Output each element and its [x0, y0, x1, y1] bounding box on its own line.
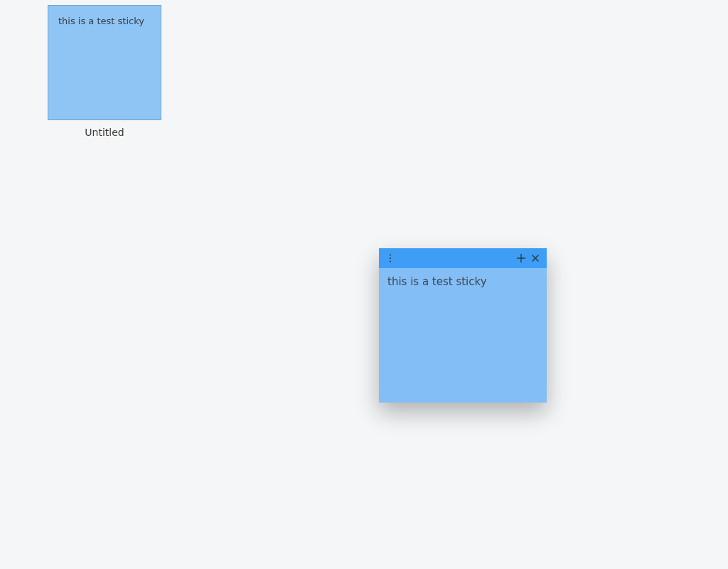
sticky-note-body[interactable]: this is a test sticky — [379, 268, 547, 403]
sticky-thumbnail-item: this is a test sticky Untitled — [48, 5, 161, 138]
new-note-button[interactable] — [514, 251, 528, 265]
sticky-thumbnail-content: this is a test sticky — [58, 16, 144, 26]
close-button[interactable] — [528, 251, 542, 265]
svg-point-1 — [390, 257, 391, 259]
close-icon — [531, 254, 540, 262]
sticky-thumbnail[interactable]: this is a test sticky — [48, 5, 161, 120]
plus-icon — [516, 253, 526, 263]
svg-point-0 — [390, 254, 391, 255]
sticky-note-window[interactable]: this is a test sticky — [379, 248, 547, 403]
svg-point-2 — [390, 260, 391, 262]
sticky-note-titlebar[interactable] — [379, 248, 547, 268]
sticky-thumbnail-label: Untitled — [85, 127, 124, 138]
more-vertical-icon — [386, 253, 395, 263]
menu-button[interactable] — [383, 251, 397, 265]
